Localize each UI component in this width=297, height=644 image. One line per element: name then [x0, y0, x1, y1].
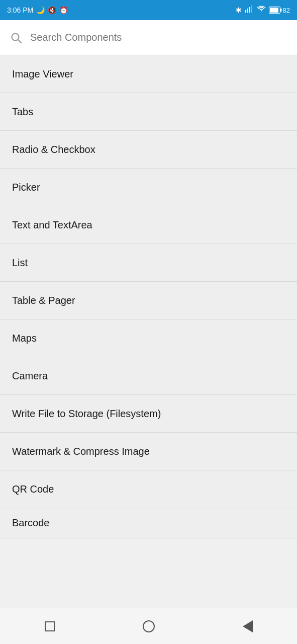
svg-rect-2: [249, 7, 250, 13]
status-left: 3:06 PM 🌙 🔇 ⏰: [7, 6, 68, 14]
list-item[interactable]: Picker: [0, 169, 297, 206]
recents-icon: [45, 621, 55, 631]
recents-button[interactable]: [37, 614, 62, 639]
volume-off-icon: 🔇: [48, 6, 56, 14]
moon-icon: 🌙: [36, 6, 45, 14]
svg-rect-1: [247, 9, 248, 13]
svg-rect-0: [245, 10, 246, 13]
home-icon: [143, 620, 155, 632]
list-item[interactable]: List: [0, 244, 297, 282]
list-item[interactable]: QR Code: [0, 470, 297, 508]
list-item-label: Text and TextArea: [12, 219, 92, 231]
list-item[interactable]: Image Viewer: [0, 55, 297, 93]
svg-rect-5: [280, 9, 281, 12]
home-button[interactable]: [136, 614, 161, 639]
list-item-label: Radio & Checkbox: [12, 144, 95, 155]
list-item[interactable]: Watermark & Compress Image: [0, 433, 297, 470]
list-item-label: Barcode: [12, 517, 50, 529]
svg-rect-3: [251, 6, 252, 13]
alarm-icon: ⏰: [59, 6, 68, 14]
list-item-label: Camera: [12, 370, 48, 382]
list-item[interactable]: Text and TextArea: [0, 206, 297, 244]
list-item[interactable]: Radio & Checkbox: [0, 131, 297, 169]
list-item[interactable]: Camera: [0, 357, 297, 395]
status-right: ✱ 82: [236, 6, 290, 15]
status-bar: 3:06 PM 🌙 🔇 ⏰ ✱: [0, 0, 297, 20]
list-item-label: Maps: [12, 333, 37, 344]
list-item-label: QR Code: [12, 484, 54, 495]
list-item-label: Table & Pager: [12, 295, 75, 306]
list-item-label: Picker: [12, 182, 40, 193]
svg-rect-6: [270, 8, 278, 13]
list-item-label: List: [12, 257, 28, 269]
search-input[interactable]: [30, 32, 287, 43]
battery-percent: 82: [283, 7, 290, 14]
signal-icon: [245, 6, 254, 15]
bluetooth-icon: ✱: [236, 6, 242, 14]
back-button[interactable]: [235, 614, 260, 639]
wifi-icon: [257, 6, 266, 15]
search-bar[interactable]: [0, 20, 297, 55]
list-item-label: Tabs: [12, 106, 33, 118]
svg-line-8: [18, 40, 21, 43]
list-item[interactable]: Maps: [0, 319, 297, 357]
list-item[interactable]: Table & Pager: [0, 282, 297, 319]
list-item-label: Watermark & Compress Image: [12, 446, 150, 457]
component-list: Image ViewerTabsRadio & CheckboxPickerTe…: [0, 55, 297, 608]
time-display: 3:06 PM: [7, 6, 33, 14]
bottom-nav: [0, 608, 297, 644]
list-item-label: Write File to Storage (Filesystem): [12, 408, 161, 420]
back-icon: [243, 620, 253, 632]
list-item[interactable]: Write File to Storage (Filesystem): [0, 395, 297, 433]
list-item-label: Image Viewer: [12, 68, 73, 80]
search-icon: [10, 32, 22, 44]
list-item[interactable]: Tabs: [0, 93, 297, 131]
battery-indicator: 82: [269, 7, 290, 14]
list-item[interactable]: Barcode: [0, 508, 297, 538]
